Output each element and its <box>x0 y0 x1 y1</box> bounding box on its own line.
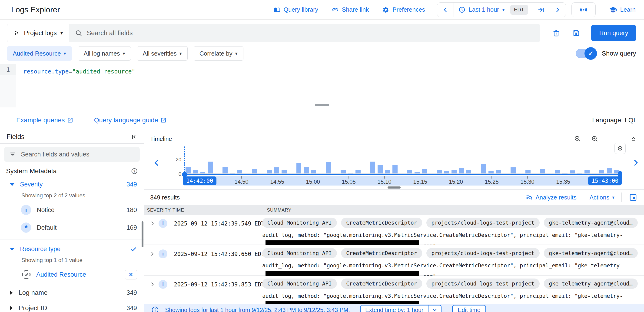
editor-resize-handle[interactable] <box>315 104 329 106</box>
fields-search-input[interactable] <box>21 151 134 158</box>
actions-dropdown[interactable]: Actions ▾ <box>590 194 614 201</box>
timeline-bar <box>546 159 554 174</box>
log-row[interactable]: i 2025-09-12 15:42:39.853 EDT Cloud Moni… <box>144 276 644 306</box>
time-back-button[interactable] <box>437 2 454 17</box>
expand-results-icon[interactable] <box>629 193 638 202</box>
timeline-bar <box>591 159 598 174</box>
timeline-chart[interactable] <box>184 159 620 174</box>
zoom-out-icon[interactable] <box>574 135 581 142</box>
preferences-button[interactable]: Preferences <box>382 6 425 13</box>
example-queries-link[interactable]: Example queries <box>16 116 73 124</box>
timeline-bar <box>399 159 406 174</box>
project-logs-icon <box>13 30 20 36</box>
caret-down-icon: ▾ <box>502 7 504 12</box>
scope-selector[interactable]: Project logs ▾ <box>7 24 69 42</box>
correlate-filter-chip[interactable]: Correlate by ▾ <box>194 46 244 61</box>
expand-row-icon[interactable] <box>149 220 155 226</box>
run-query-button[interactable]: Run query <box>591 25 636 41</box>
field-resource-type[interactable]: Resource type <box>0 246 144 253</box>
scrollbar-thumb[interactable] <box>142 221 144 247</box>
save-query-button[interactable] <box>572 29 580 37</box>
extend-time-button[interactable]: Extend time by: 1 hour <box>360 306 428 312</box>
timeline-bar <box>384 159 391 174</box>
extend-time-caret-button[interactable] <box>428 306 441 312</box>
jump-to-now-button[interactable] <box>533 2 550 17</box>
summary-chip[interactable]: projects/cloud-logs-test-project <box>426 278 540 289</box>
toggle-thumb-check-icon: ✓ <box>584 47 597 60</box>
learn-button[interactable]: Learn <box>609 6 636 14</box>
filter-row: Audited Resource ▾ All log names ▾ All s… <box>7 46 636 61</box>
resource-type-label: Resource type <box>20 246 130 253</box>
summary-chip[interactable]: Cloud Monitoring API <box>262 278 337 289</box>
time-forward-button[interactable] <box>550 2 566 17</box>
query-language-guide-link[interactable]: Query language guide <box>94 116 167 124</box>
zoom-in-icon[interactable] <box>591 135 598 142</box>
summary-chip[interactable]: gke-telemetry-agent@cloud… <box>544 278 638 289</box>
results-count: 349 results <box>150 194 513 201</box>
summary-chip[interactable]: projects/cloud-logs-test-project <box>426 218 540 228</box>
analyze-results-button[interactable]: Analyze results <box>526 194 576 201</box>
col-summary: SUMMARY <box>262 205 644 215</box>
summary-chip[interactable]: projects/cloud-logs-test-project <box>426 248 540 258</box>
severity-value-default[interactable]: * Default 169 <box>0 221 144 234</box>
summary-chip[interactable]: Cloud Monitoring API <box>262 248 337 258</box>
show-query-toggle-wrap: ✓ Show query <box>576 48 636 58</box>
selection-start-time[interactable]: 14:42:00 <box>183 176 216 185</box>
selection-handle-grip[interactable] <box>614 143 626 154</box>
timeline-bar <box>303 159 310 174</box>
timeline-pan-left[interactable] <box>152 158 161 168</box>
help-icon[interactable]: ? <box>131 168 138 174</box>
share-link-button[interactable]: Share link <box>332 6 369 13</box>
summary-chip[interactable]: CreateMetricDescriptor <box>341 278 422 289</box>
summary-chip[interactable]: Cloud Monitoring API <box>262 218 337 228</box>
query-library-button[interactable]: Query library <box>274 6 318 13</box>
audited-resource-label: Audited Resource <box>36 271 125 278</box>
timeline-pan-right[interactable] <box>631 158 640 168</box>
log-row[interactable]: i 2025-09-12 15:42:39.549 EDT Cloud Moni… <box>144 215 644 245</box>
remove-filter-button[interactable]: × <box>125 270 137 280</box>
clear-query-button[interactable] <box>552 29 560 37</box>
summary-chips: Cloud Monitoring API CreateMetricDescrip… <box>262 278 639 289</box>
timeline-bar <box>413 159 421 174</box>
time-range-dropdown[interactable]: Last 1 hour ▾ EDT <box>454 2 533 17</box>
default-count: 169 <box>126 224 137 231</box>
query-code-line[interactable]: resource.type="audited_resource" <box>23 66 135 77</box>
default-severity-icon: * <box>21 222 31 233</box>
language-label: Language: <box>592 116 623 124</box>
summary-chip[interactable]: CreateMetricDescriptor <box>341 248 422 258</box>
search-input[interactable] <box>87 29 534 37</box>
resource-filter-chip[interactable]: Audited Resource ▾ <box>7 46 72 61</box>
summary-line2: audit_log, method: "google.monitoring.v3… <box>262 262 639 268</box>
collapse-timeline-icon[interactable] <box>630 135 637 142</box>
collapse-panel-icon[interactable] <box>130 133 138 141</box>
show-query-toggle[interactable]: ✓ <box>576 48 597 58</box>
severities-filter-chip[interactable]: All severities ▾ <box>137 46 188 61</box>
severity-value-notice[interactable]: i Notice 180 <box>0 204 144 216</box>
timeline-bar <box>532 159 539 174</box>
timezone-chip[interactable]: EDT <box>510 5 528 15</box>
timeline-tick: 15:00 <box>306 176 320 185</box>
timeline-section: Timeline 20 0 <box>144 130 644 190</box>
col-severity: SEVERITY <box>144 205 168 215</box>
expand-row-icon[interactable] <box>149 251 155 257</box>
language-value: LQL <box>625 116 637 124</box>
summary-chip[interactable]: gke-telemetry-agent@cloud… <box>544 248 638 258</box>
timeline-bar <box>184 159 192 174</box>
stream-logs-button[interactable] <box>572 2 596 17</box>
resource-type-value[interactable]: Audited Resource × <box>0 268 144 281</box>
field-project-id[interactable]: Project ID 349 <box>0 304 144 312</box>
field-log-name[interactable]: Log name 349 <box>0 289 144 296</box>
summary-chip[interactable]: CreateMetricDescriptor <box>341 218 422 228</box>
log-row[interactable]: i 2025-09-12 15:42:39.650 EDT Cloud Moni… <box>144 245 644 276</box>
query-guide-label: Query language guide <box>94 116 158 124</box>
edit-time-button[interactable]: Edit time <box>452 305 486 312</box>
timeline-brush-band[interactable]: 14:5014:5515:0015:0515:1015:1515:2015:25… <box>184 176 620 186</box>
timeline-tick: 15:10 <box>378 176 392 185</box>
expand-row-icon[interactable] <box>149 281 155 287</box>
summary-chip[interactable]: gke-telemetry-agent@cloud… <box>544 218 638 228</box>
field-severity[interactable]: Severity 349 <box>0 181 144 188</box>
timeline-resize-handle[interactable] <box>388 186 400 188</box>
query-editor[interactable]: 1 resource.type="audited_resource" <box>0 64 644 108</box>
log-names-filter-chip[interactable]: All log names ▾ <box>78 46 131 61</box>
selection-end-time[interactable]: 15:43:00 <box>588 176 622 185</box>
